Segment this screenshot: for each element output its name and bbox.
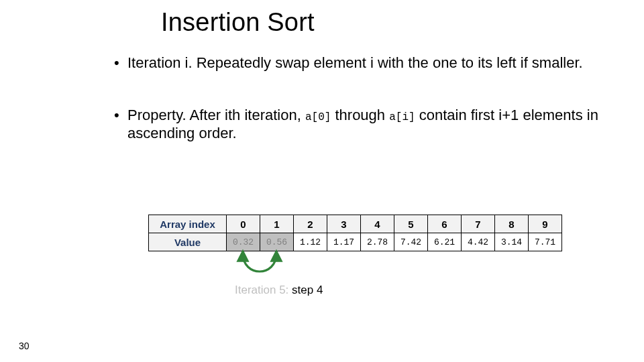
index-row-label: Array index (149, 215, 227, 233)
index-cell: 2 (294, 215, 327, 233)
value-row: Value 0.32 0.56 1.12 1.17 2.78 7.42 6.21… (149, 233, 562, 251)
bullet-list: Iteration i. Repeatedly swap element i w… (114, 54, 610, 143)
code-a0: a[0] (305, 111, 331, 123)
caption-step: step 4 (292, 284, 323, 296)
caption-prefix: Iteration 5: (235, 284, 292, 296)
slide-body: Iteration i. Repeatedly swap element i w… (114, 54, 610, 176)
iteration-caption: Iteration 5: step 4 (235, 284, 323, 297)
code-ai: a[i] (389, 111, 415, 123)
swap-arrow-icon (226, 249, 293, 282)
value-cell: 7.71 (529, 233, 562, 251)
slide-title: Insertion Sort (161, 8, 315, 37)
index-cell: 6 (428, 215, 462, 233)
value-cell: 3.14 (495, 233, 529, 251)
value-cell: 0.32 (227, 233, 260, 251)
bullet-iteration-text: Iteration i. Repeatedly swap element i w… (127, 54, 583, 71)
index-cell: 7 (462, 215, 495, 233)
index-cell: 9 (529, 215, 562, 233)
array-table-wrap: Array index 0 1 2 3 4 5 6 7 8 9 Value 0.… (148, 215, 562, 251)
bullet-property: Property. After ith iteration, a[0] thro… (114, 106, 610, 143)
index-cell: 1 (260, 215, 294, 233)
bullet-property-pre: Property. After ith iteration, (127, 107, 305, 123)
index-cell: 0 (227, 215, 260, 233)
index-cell: 3 (327, 215, 361, 233)
index-cell: 4 (361, 215, 394, 233)
value-cell: 1.17 (327, 233, 361, 251)
page-number: 30 (19, 341, 30, 351)
array-table: Array index 0 1 2 3 4 5 6 7 8 9 Value 0.… (148, 215, 562, 251)
value-cell: 2.78 (361, 233, 394, 251)
bullet-property-mid: through (331, 107, 389, 123)
bullet-iteration: Iteration i. Repeatedly swap element i w… (114, 54, 610, 72)
value-cell: 4.42 (462, 233, 495, 251)
value-cell: 1.12 (294, 233, 327, 251)
value-cell: 0.56 (260, 233, 294, 251)
index-cell: 5 (394, 215, 428, 233)
index-cell: 8 (495, 215, 529, 233)
value-cell: 6.21 (428, 233, 462, 251)
index-row: Array index 0 1 2 3 4 5 6 7 8 9 (149, 215, 562, 233)
value-cell: 7.42 (394, 233, 428, 251)
slide: Insertion Sort Iteration i. Repeatedly s… (0, 0, 644, 362)
value-row-label: Value (149, 233, 227, 251)
